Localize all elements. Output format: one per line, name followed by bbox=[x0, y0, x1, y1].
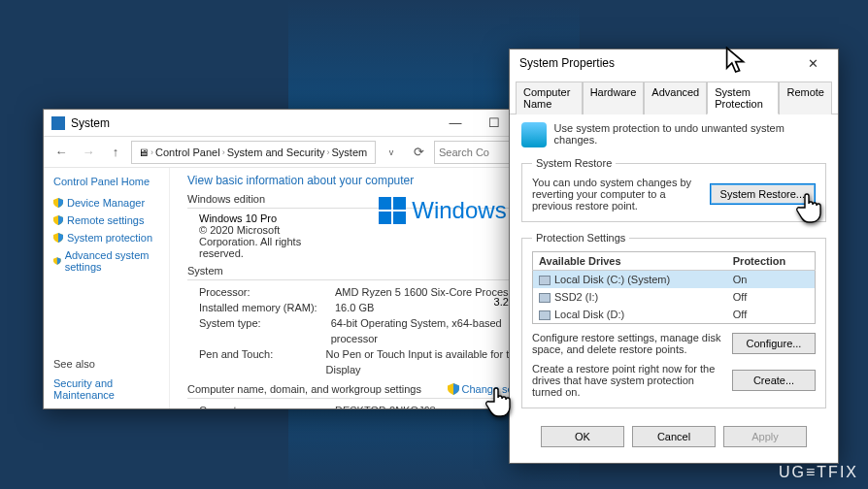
sidebar-link-system-protection[interactable]: System protection bbox=[53, 232, 159, 244]
label-computer-name: Computer name: bbox=[199, 403, 335, 408]
drive-row[interactable]: Local Disk (D:)Off bbox=[533, 306, 816, 324]
props-close-button[interactable]: ✕ bbox=[793, 50, 832, 76]
watermark: UG≡TFIX bbox=[779, 464, 858, 481]
configure-button[interactable]: Configure... bbox=[732, 333, 816, 354]
crumb[interactable]: Control Panel bbox=[155, 147, 220, 158]
value-computer-name: DESKTOP-2NKGJ68 bbox=[335, 403, 436, 408]
forward-button[interactable]: → bbox=[77, 141, 100, 164]
system-window: System — ☐ ✕ ← → ↑ 🖥 › Control Panel › S… bbox=[43, 109, 557, 409]
protection-legend: Protection Settings bbox=[532, 232, 629, 244]
drives-col-name: Available Drives bbox=[533, 252, 727, 271]
back-button[interactable]: ← bbox=[50, 141, 73, 164]
label-processor: Processor: bbox=[199, 284, 335, 300]
copyright-text: © 2020 Microsoft Corporation. All rights… bbox=[199, 224, 316, 259]
sidebar-link-remote-settings[interactable]: Remote settings bbox=[53, 214, 159, 226]
sidebar-link-advanced-settings[interactable]: Advanced system settings bbox=[53, 249, 159, 273]
see-also-header: See also bbox=[53, 358, 159, 370]
tab-computer-name[interactable]: Computer Name bbox=[516, 82, 583, 114]
drives-col-prot: Protection bbox=[727, 252, 816, 271]
sidebar-link-device-manager[interactable]: Device Manager bbox=[53, 197, 159, 209]
tab-advanced[interactable]: Advanced bbox=[644, 82, 707, 114]
drive-row[interactable]: SSD2 (I:)Off bbox=[533, 288, 816, 306]
restore-text: You can undo system changes by reverting… bbox=[532, 177, 702, 212]
sidebar-header: Control Panel Home bbox=[53, 176, 159, 187]
refresh-button[interactable]: ⟳ bbox=[407, 141, 430, 164]
group-system: System bbox=[187, 265, 545, 277]
apply-button[interactable]: Apply bbox=[723, 426, 807, 447]
sidebar: Control Panel Home Device Manager Remote… bbox=[44, 168, 170, 408]
window-title: System bbox=[71, 116, 436, 130]
tab-system-protection[interactable]: System Protection bbox=[707, 82, 779, 114]
maximize-button[interactable]: ☐ bbox=[475, 111, 514, 136]
drives-table: Available Drives Protection Local Disk (… bbox=[532, 251, 816, 324]
value-ram: 16.0 GB bbox=[335, 300, 374, 315]
crumb[interactable]: System and Security bbox=[227, 147, 325, 158]
restore-legend: System Restore bbox=[532, 157, 616, 169]
crumb[interactable]: System bbox=[332, 147, 368, 158]
pc-icon: 🖥 bbox=[138, 147, 149, 158]
protection-settings-group: Protection Settings Available Drives Pro… bbox=[521, 232, 826, 408]
system-restore-group: System Restore You can undo system chang… bbox=[521, 157, 826, 222]
content-pane: View basic information about your comput… bbox=[170, 168, 556, 408]
address-bar: ← → ↑ 🖥 › Control Panel › System and Sec… bbox=[44, 137, 556, 168]
tab-hardware[interactable]: Hardware bbox=[583, 82, 645, 114]
page-title: View basic information about your comput… bbox=[187, 174, 545, 187]
protection-icon bbox=[521, 122, 547, 147]
dropdown-icon[interactable]: v bbox=[380, 141, 403, 164]
titlebar: System — ☐ ✕ bbox=[44, 110, 556, 137]
drive-icon bbox=[539, 293, 551, 303]
create-text: Create a restore point right now for the… bbox=[532, 363, 724, 398]
create-button[interactable]: Create... bbox=[732, 370, 816, 391]
drive-row[interactable]: Local Disk (C:) (System)On bbox=[533, 271, 816, 289]
drive-icon bbox=[539, 276, 551, 285]
props-titlebar: System Properties ✕ bbox=[510, 49, 838, 77]
system-icon bbox=[51, 116, 65, 130]
system-restore-button[interactable]: System Restore... bbox=[710, 183, 816, 205]
label-pen: Pen and Touch: bbox=[199, 346, 326, 377]
cancel-button[interactable]: Cancel bbox=[632, 426, 716, 447]
system-properties-window: System Properties ✕ Computer Name Hardwa… bbox=[509, 49, 839, 464]
up-button[interactable]: ↑ bbox=[104, 141, 127, 164]
intro-text: Use system protection to undo unwanted s… bbox=[554, 122, 826, 146]
label-systype: System type: bbox=[199, 315, 331, 346]
configure-text: Configure restore settings, manage disk … bbox=[532, 332, 724, 355]
see-also-link[interactable]: Security and Maintenance bbox=[53, 377, 159, 401]
label-ram: Installed memory (RAM): bbox=[199, 300, 335, 315]
tab-strip: Computer Name Hardware Advanced System P… bbox=[510, 77, 838, 114]
drive-icon bbox=[539, 310, 551, 320]
breadcrumb[interactable]: 🖥 › Control Panel › System and Security … bbox=[131, 141, 376, 164]
props-title: System Properties bbox=[519, 56, 793, 70]
tab-remote[interactable]: Remote bbox=[779, 82, 832, 114]
ok-button[interactable]: OK bbox=[541, 426, 624, 447]
minimize-button[interactable]: — bbox=[436, 111, 475, 136]
